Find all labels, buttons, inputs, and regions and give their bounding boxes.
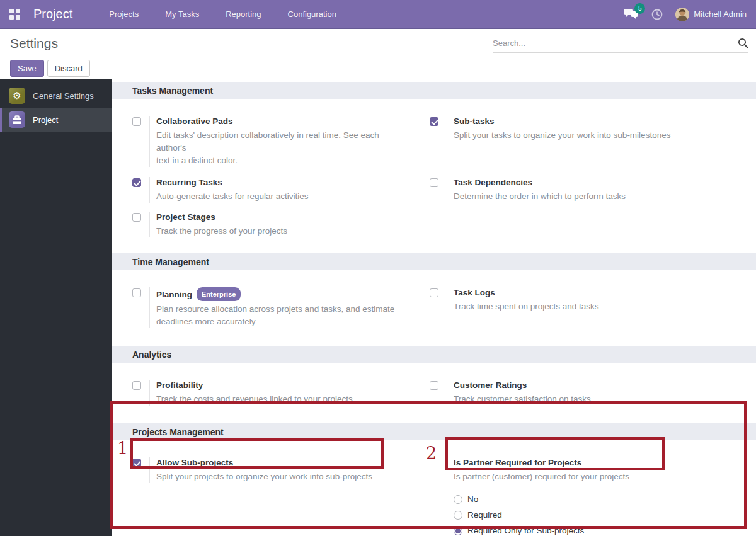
setting-label: Allow Sub-projects: [156, 457, 372, 469]
discard-button[interactable]: Discard: [47, 60, 90, 77]
page-title: Settings: [10, 36, 58, 51]
setting-collaborative-pads: Collaborative Pads Edit tasks' descripti…: [132, 116, 430, 167]
setting-customer-ratings: Customer Ratings Track customer satisfac…: [430, 380, 756, 406]
setting-description: Plan resource allocation across projets …: [156, 303, 394, 328]
checkbox-project-stages[interactable]: [132, 213, 141, 222]
nav-item-configuration[interactable]: Configuration: [275, 0, 350, 29]
radio-option-no[interactable]: No: [454, 491, 756, 507]
messages-icon[interactable]: 5: [624, 8, 639, 20]
setting-description: Edit tasks' description collaboratively …: [156, 129, 409, 167]
radio-option-required-only-subprojects[interactable]: Required Only for Sub-projects: [454, 523, 756, 536]
setting-planning: PlanningEnterprise Plan resource allocat…: [132, 287, 430, 328]
partner-required-radio-group: No Required Required Only for Sub-projec…: [447, 489, 756, 536]
setting-label: Is Partner Required for Projects: [454, 457, 629, 469]
setting-description: Is partner (customer) required for your …: [454, 470, 629, 483]
messages-badge: 5: [634, 3, 645, 14]
sidebar-item-label: Project: [33, 115, 58, 125]
radio-option-required[interactable]: Required: [454, 507, 756, 523]
checkbox-customer-ratings[interactable]: [430, 381, 438, 390]
setting-sub-tasks: Sub-tasks Split your tasks to organize y…: [430, 116, 756, 167]
setting-label: Profitability: [156, 380, 353, 391]
section-header-time-management: Time Management: [112, 253, 756, 270]
user-name: Mitchell Admin: [694, 9, 747, 19]
activities-icon[interactable]: [651, 9, 663, 20]
setting-label: Task Dependencies: [454, 177, 626, 188]
setting-description: Track customer satisfaction on tasks: [454, 393, 591, 406]
setting-description: Track time spent on projects and tasks: [454, 300, 599, 313]
nav-item-reporting[interactable]: Reporting: [212, 0, 274, 29]
user-menu[interactable]: Mitchell Admin: [675, 8, 747, 21]
setting-recurring-tasks: Recurring Tasks Auto-generate tasks for …: [132, 177, 430, 203]
project-app-icon: [9, 111, 25, 128]
checkbox-sub-tasks[interactable]: [430, 117, 438, 126]
setting-description: Split your tasks to organize your work i…: [454, 129, 670, 142]
setting-project-stages: Project Stages Track the progress of you…: [132, 212, 430, 237]
setting-label: PlanningEnterprise: [156, 287, 394, 301]
setting-task-logs: Task Logs Track time spent on projects a…: [430, 287, 756, 328]
search-input[interactable]: [493, 38, 738, 48]
setting-profitability: Profitability Track the costs and revenu…: [132, 380, 430, 406]
sidebar-item-project[interactable]: Project: [0, 108, 112, 132]
nav-menu: Projects My Tasks Reporting Configuratio…: [96, 0, 350, 29]
section-header-tasks-management: Tasks Management: [112, 82, 756, 99]
nav-item-projects[interactable]: Projects: [96, 0, 152, 29]
gear-icon: ⚙: [9, 88, 25, 104]
checkbox-task-logs[interactable]: [430, 288, 438, 297]
search-box: [493, 34, 748, 53]
setting-label: Sub-tasks: [454, 116, 670, 127]
setting-label: Recurring Tasks: [156, 177, 309, 188]
enterprise-badge: Enterprise: [197, 287, 241, 301]
sidebar-item-label: General Settings: [33, 91, 94, 101]
setting-label: Task Logs: [454, 287, 599, 299]
clock-icon: [651, 9, 663, 20]
save-button[interactable]: Save: [10, 60, 44, 77]
top-navbar: Project Projects My Tasks Reporting Conf…: [0, 0, 756, 29]
setting-allow-sub-projects: Allow Sub-projects Split your projects t…: [132, 457, 430, 536]
sidebar-item-general-settings[interactable]: ⚙ General Settings: [0, 84, 112, 108]
settings-sidebar: ⚙ General Settings Project: [0, 79, 112, 536]
checkbox-profitability[interactable]: [132, 381, 141, 390]
radio-no[interactable]: [454, 495, 462, 504]
setting-description: Split your projects to organize your wor…: [156, 470, 372, 483]
setting-label: Customer Ratings: [454, 380, 591, 391]
checkbox-collaborative-pads[interactable]: [132, 117, 141, 126]
setting-is-partner-required: Is Partner Required for Projects Is part…: [430, 457, 756, 536]
checkbox-task-dependencies[interactable]: [430, 178, 438, 187]
section-header-projects-management: Projects Management: [112, 423, 756, 440]
navbar-right: 5 Mitchell Admin: [624, 8, 747, 21]
checkbox-recurring-tasks[interactable]: [132, 178, 141, 187]
setting-description: Determine the order in which to perform …: [454, 190, 626, 203]
setting-description: Track the costs and revenues linked to y…: [156, 393, 353, 406]
apps-menu-icon[interactable]: [9, 9, 20, 20]
page-header: Settings Save Discard: [0, 29, 756, 79]
radio-required[interactable]: [454, 511, 462, 520]
checkbox-allow-sub-projects[interactable]: [132, 459, 141, 467]
avatar: [675, 8, 689, 21]
checkbox-planning[interactable]: [132, 288, 141, 297]
setting-label: Project Stages: [156, 212, 287, 223]
section-header-analytics: Analytics: [112, 346, 756, 363]
setting-description: Track the progress of your projects: [156, 225, 287, 237]
setting-label: Collaborative Pads: [156, 116, 409, 127]
nav-item-my-tasks[interactable]: My Tasks: [152, 0, 212, 29]
radio-required-only-subprojects[interactable]: [454, 527, 462, 535]
setting-task-dependencies: Task Dependencies Determine the order in…: [430, 177, 756, 203]
setting-description: Auto-generate tasks for regular activiti…: [156, 190, 309, 203]
settings-content: Tasks Management Collaborative Pads Edit…: [112, 79, 756, 536]
search-icon[interactable]: [738, 38, 748, 48]
app-name[interactable]: Project: [33, 7, 72, 21]
